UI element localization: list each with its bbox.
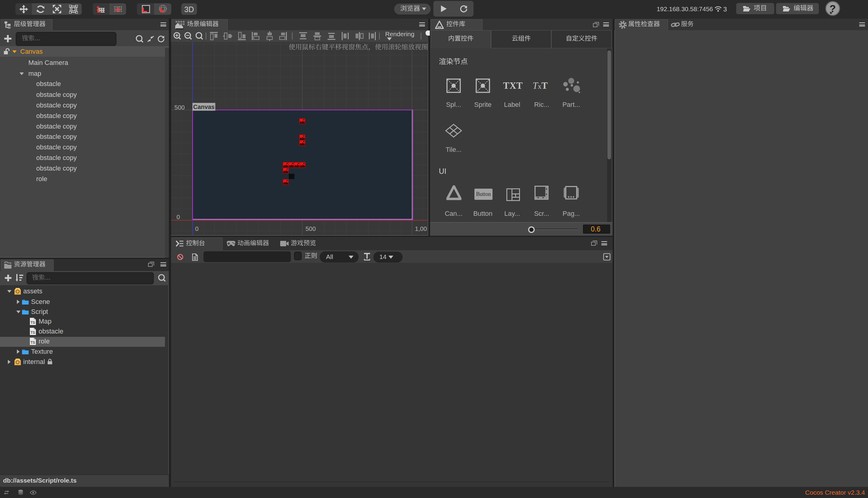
svg-text:Canvas: Canvas bbox=[193, 104, 215, 110]
svg-text:TS: TS bbox=[30, 320, 35, 325]
svg-text:500: 500 bbox=[174, 104, 185, 111]
svg-text:500: 500 bbox=[306, 225, 316, 232]
svg-text:TS: TS bbox=[30, 330, 35, 335]
svg-text:?: ? bbox=[830, 3, 836, 14]
svg-text:1,00: 1,00 bbox=[415, 225, 427, 232]
svg-text:TS: TS bbox=[30, 340, 35, 345]
svg-text:0: 0 bbox=[195, 225, 199, 232]
svg-text:0: 0 bbox=[176, 214, 180, 220]
